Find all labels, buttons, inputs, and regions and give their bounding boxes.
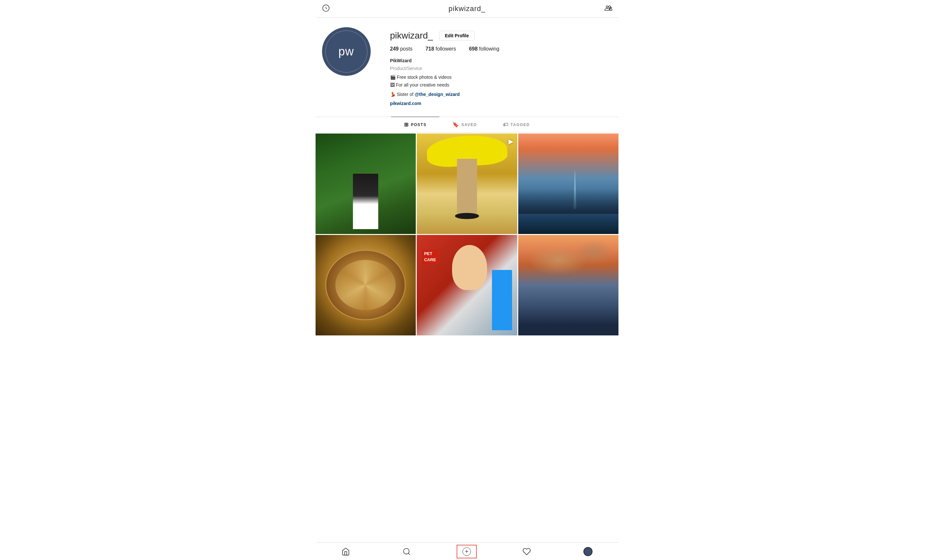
following-label: following bbox=[479, 46, 499, 52]
grid-item-2[interactable]: ▶ bbox=[417, 134, 517, 234]
bio-line-1: 🎬 Free stock photos & videos bbox=[390, 74, 612, 81]
design-wizard-link[interactable]: @the_design_wizard bbox=[415, 91, 460, 98]
bio-name: PikWizard bbox=[390, 57, 612, 64]
profile-section: pw pikwizard_ Edit Profile 249 posts 718… bbox=[316, 17, 619, 114]
grid-item-1[interactable] bbox=[316, 134, 416, 234]
avatar[interactable]: pw bbox=[322, 27, 371, 76]
posts-count: 249 bbox=[390, 46, 399, 52]
tag-icon: 🏷 bbox=[503, 122, 509, 128]
page-title: pikwizard_ bbox=[449, 5, 485, 13]
bookmark-icon: 🔖 bbox=[452, 122, 459, 128]
bio-category: Product/Service bbox=[390, 65, 612, 72]
following-stat[interactable]: 698 following bbox=[469, 46, 499, 52]
tab-tagged[interactable]: 🏷 TAGGED bbox=[490, 117, 543, 132]
grid-item-6[interactable] bbox=[518, 235, 619, 335]
bio-sister-text: 💃 Sister of bbox=[390, 92, 415, 97]
profile-header-row: pikwizard_ Edit Profile bbox=[390, 31, 612, 41]
posts-grid: ▶ PETCARE bbox=[316, 132, 619, 336]
posts-label: posts bbox=[400, 46, 413, 52]
edit-profile-button[interactable]: Edit Profile bbox=[439, 31, 475, 40]
add-person-icon[interactable] bbox=[604, 4, 612, 13]
activity-icon[interactable] bbox=[322, 4, 330, 13]
posts-stat: 249 posts bbox=[390, 46, 413, 52]
tab-posts-label: POSTS bbox=[411, 123, 427, 127]
followers-label: followers bbox=[436, 46, 456, 52]
username: pikwizard_ bbox=[390, 31, 433, 41]
followers-count: 718 bbox=[425, 46, 434, 52]
grid-icon: ⊞ bbox=[404, 122, 409, 128]
stats-row: 249 posts 718 followers 698 following bbox=[390, 46, 612, 52]
grid-item-3[interactable] bbox=[518, 134, 619, 234]
grid-item-4[interactable] bbox=[316, 235, 416, 335]
tab-saved[interactable]: 🔖 SAVED bbox=[439, 117, 490, 132]
profile-info: pikwizard_ Edit Profile 249 posts 718 fo… bbox=[390, 27, 612, 107]
tab-posts[interactable]: ⊞ POSTS bbox=[391, 117, 439, 132]
tab-tagged-label: TAGGED bbox=[510, 123, 530, 127]
followers-stat[interactable]: 718 followers bbox=[425, 46, 456, 52]
grid-item-5[interactable]: PETCARE bbox=[417, 235, 517, 335]
bio-section: PikWizard Product/Service 🎬 Free stock p… bbox=[390, 57, 612, 107]
tabs-row: ⊞ POSTS 🔖 SAVED 🏷 TAGGED bbox=[316, 117, 619, 132]
avatar-initials: pw bbox=[338, 45, 354, 58]
top-nav: pikwizard_ bbox=[316, 0, 619, 17]
play-icon: ▶ bbox=[509, 137, 513, 145]
bio-line-3: 💃 Sister of @the_design_wizard bbox=[390, 89, 612, 98]
website-link[interactable]: pikwizard.com bbox=[390, 100, 421, 107]
tab-saved-label: SAVED bbox=[461, 123, 477, 127]
following-count: 698 bbox=[469, 46, 478, 52]
bio-line-2: 🖼 For all your creative needs bbox=[390, 82, 612, 88]
